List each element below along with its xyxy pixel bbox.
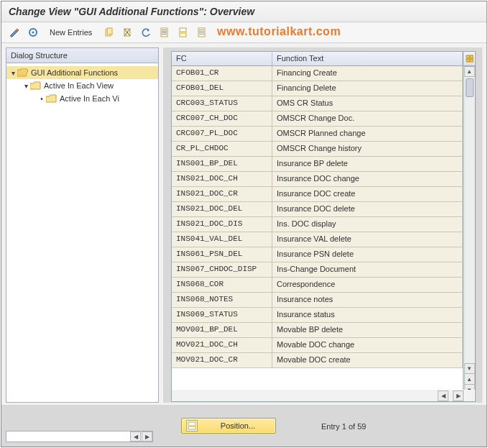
display-change-toggle-icon[interactable] <box>7 25 22 40</box>
select-block-icon[interactable] <box>176 25 190 40</box>
expand-toggle-icon[interactable]: ▾ <box>22 82 29 90</box>
table-row[interactable]: INS041_VAL_DELInsurance VAL delete <box>172 232 463 247</box>
cell-function-text[interactable]: Financing Create <box>272 66 463 81</box>
scroll-right-icon[interactable]: ▶ <box>142 431 152 442</box>
table-row[interactable]: INS061_PSN_DELInsurance PSN delete <box>172 247 463 262</box>
cell-fc[interactable]: INS021_DOC_CH <box>172 172 272 186</box>
cell-fc[interactable]: INS067_CHDOC_DISP <box>172 262 272 277</box>
cell-fc[interactable]: INS069_STATUS <box>172 308 272 322</box>
table-row[interactable]: MOV021_DOC_CHMovable DOC change <box>172 338 463 353</box>
cell-fc[interactable]: CRC003_STATUS <box>172 96 272 111</box>
cell-function-text[interactable]: Financing Delete <box>272 81 463 96</box>
table-row[interactable]: MOV001_BP_DELMovable BP delete <box>172 323 463 338</box>
cell-function-text[interactable]: Insurance DOC delete <box>272 202 463 216</box>
cell-fc[interactable]: CRC007_CH_DOC <box>172 111 272 126</box>
cell-function-text[interactable]: Insurance notes <box>272 293 463 307</box>
body-area: Dialog Structure ▾ GUI Additional Functi… <box>1 43 487 403</box>
cell-function-text[interactable]: Insurance status <box>272 308 463 322</box>
table-configure-icon[interactable] <box>464 52 475 66</box>
cell-function-text[interactable]: Movable BP delete <box>272 323 463 337</box>
cell-function-text[interactable]: Ins. DOC display <box>272 217 463 232</box>
deselect-all-icon[interactable] <box>195 25 209 40</box>
tree-horizontal-scrollbar[interactable]: ◀ ▶ <box>6 431 153 442</box>
scroll-up2-icon[interactable]: ▲ <box>464 374 475 385</box>
table-row[interactable]: INS068_CORCorrespondence <box>172 278 463 293</box>
table-row[interactable]: INS069_STATUSInsurance status <box>172 308 463 323</box>
cell-fc[interactable]: INS061_PSN_DEL <box>172 247 272 262</box>
cell-fc[interactable]: INS001_BP_DEL <box>172 157 272 171</box>
table-row[interactable]: INS021_DOC_CRInsurance DOC create <box>172 187 463 202</box>
cell-fc[interactable]: CRC007_PL_DOC <box>172 127 272 141</box>
table-row[interactable]: INS068_NOTESInsurance notes <box>172 293 463 308</box>
scroll-thumb[interactable] <box>466 78 474 97</box>
table-row[interactable]: CRC003_STATUSOMS CR Status <box>172 96 463 111</box>
scroll-left-icon[interactable]: ◀ <box>438 390 448 401</box>
svg-point-1 <box>32 32 34 34</box>
folder-icon <box>45 93 57 104</box>
svg-rect-17 <box>466 55 469 58</box>
scroll-left-icon[interactable]: ◀ <box>130 431 141 442</box>
table-row[interactable]: CRC007_CH_DOCOMSCR Change Doc. <box>172 111 463 127</box>
table-row[interactable]: CR_PL_CHDOCOMSCR Change history <box>172 142 463 157</box>
table-row[interactable]: INS001_BP_DELInsurance BP delete <box>172 157 463 172</box>
expand-toggle-icon[interactable]: ▾ <box>9 69 17 77</box>
table-row[interactable]: MOV021_DOC_CRMovable DOC create <box>172 353 463 368</box>
cell-fc[interactable]: CR_PL_CHDOC <box>172 142 272 156</box>
scroll-down-icon[interactable]: ▼ <box>464 363 475 374</box>
cell-fc[interactable]: INS041_VAL_DEL <box>172 232 272 247</box>
delete-icon[interactable] <box>120 25 134 40</box>
cell-fc[interactable]: MOV021_DOC_CR <box>172 353 272 367</box>
cell-function-text[interactable]: Movable DOC change <box>272 338 463 352</box>
table-row[interactable]: CFOB01_DELFinancing Delete <box>172 81 463 96</box>
position-button[interactable]: Position... <box>181 418 276 434</box>
cell-function-text[interactable]: Insurance PSN delete <box>272 247 463 262</box>
cell-fc[interactable]: MOV021_DOC_CH <box>172 338 272 352</box>
svg-rect-9 <box>162 34 167 35</box>
table-row[interactable]: INS021_DOC_DELInsurance DOC delete <box>172 202 463 217</box>
cell-function-text[interactable]: OMSCR Planned change <box>272 127 463 141</box>
tree-node-active-in-each-view[interactable]: ▾ Active In Each View <box>6 79 158 92</box>
column-header-function-text[interactable]: Function Text <box>272 52 463 65</box>
cell-function-text[interactable]: Insurance DOC create <box>272 187 463 201</box>
other-view-icon[interactable] <box>26 25 40 40</box>
cell-function-text[interactable]: OMSCR Change Doc. <box>272 111 463 126</box>
undo-change-icon[interactable] <box>139 25 153 40</box>
cell-fc[interactable]: INS068_NOTES <box>172 293 272 307</box>
dialog-structure-tree: ▾ GUI Additional Functions ▾ Active In E… <box>6 63 158 402</box>
scroll-right-icon[interactable]: ▶ <box>453 390 464 401</box>
cell-function-text[interactable]: OMS CR Status <box>272 96 463 111</box>
cell-fc[interactable]: INS068_COR <box>172 278 272 292</box>
folder-icon <box>29 81 41 91</box>
svg-rect-7 <box>162 31 167 32</box>
cell-fc[interactable]: CFOB01_DEL <box>172 81 272 96</box>
cell-fc[interactable]: CFOB01_CR <box>172 66 272 81</box>
table-row[interactable]: INS021_DOC_DISIns. DOC display <box>172 217 463 232</box>
cell-function-text[interactable]: Correspondence <box>272 278 463 292</box>
cell-fc[interactable]: INS021_DOC_DIS <box>172 217 272 232</box>
cell-function-text[interactable]: Movable DOC create <box>272 353 463 367</box>
copy-as-icon[interactable] <box>101 25 116 40</box>
tree-node-gui-additional-functions[interactable]: ▾ GUI Additional Functions <box>6 66 158 79</box>
scroll-up-icon[interactable]: ▲ <box>464 66 475 77</box>
table-row[interactable]: INS021_DOC_CHInsurance DOC change <box>172 172 463 187</box>
tree-node-active-in-each-vi[interactable]: • Active In Each Vi <box>6 92 158 105</box>
column-header-fc[interactable]: FC <box>172 52 272 65</box>
cell-fc[interactable]: MOV001_BP_DEL <box>172 323 272 337</box>
cell-fc[interactable]: INS021_DOC_CR <box>172 187 272 201</box>
table-row[interactable]: INS067_CHDOC_DISPIns-Change Document <box>172 262 463 278</box>
cell-function-text[interactable]: Insurance VAL delete <box>272 232 463 247</box>
cell-function-text[interactable]: Insurance DOC change <box>272 172 463 186</box>
horizontal-scrollbar[interactable]: ◀ ▶ <box>171 390 476 402</box>
table-row[interactable]: CFOB01_CRFinancing Create <box>172 66 463 81</box>
svg-rect-8 <box>162 32 167 33</box>
select-all-icon[interactable] <box>157 25 172 40</box>
cell-function-text[interactable]: Insurance BP delete <box>272 157 463 171</box>
cell-fc[interactable]: INS021_DOC_DEL <box>172 202 272 216</box>
scroll-track[interactable] <box>464 77 475 363</box>
new-entries-button[interactable]: New Entries <box>45 25 97 40</box>
svg-rect-22 <box>189 425 195 427</box>
vertical-scrollbar[interactable]: ▲ ▼ ▲ ▼ <box>463 52 475 396</box>
table-row[interactable]: CRC007_PL_DOCOMSCR Planned change <box>172 127 463 142</box>
cell-function-text[interactable]: Ins-Change Document <box>272 262 463 277</box>
cell-function-text[interactable]: OMSCR Change history <box>272 142 463 156</box>
